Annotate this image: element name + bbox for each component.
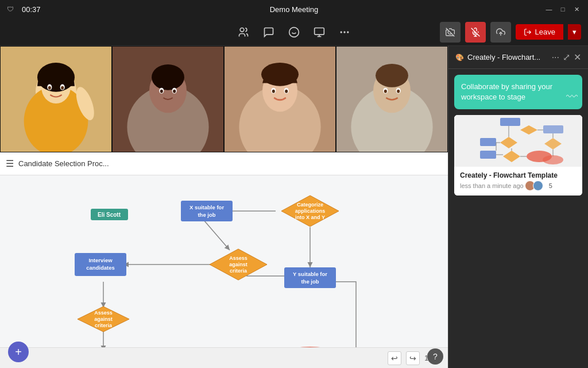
- svg-text:Eli Scott: Eli Scott: [98, 212, 121, 218]
- timer: 00:37: [22, 5, 41, 14]
- leave-label: Leave: [535, 28, 555, 36]
- svg-point-33: [173, 90, 176, 93]
- squiggle-icon: 〰: [566, 89, 578, 105]
- svg-text:against: against: [94, 316, 113, 322]
- minimize-btn[interactable]: —: [544, 5, 554, 14]
- shield-icon: 🛡: [7, 5, 14, 13]
- svg-point-23: [48, 86, 51, 90]
- svg-text:the job: the job: [198, 212, 215, 218]
- video-toggle-button[interactable]: [440, 22, 461, 43]
- bottom-bar: ↩ ↪ 100%: [0, 347, 448, 368]
- video-grid: [0, 46, 448, 152]
- creately-icon: 🎨: [455, 53, 464, 62]
- svg-text:Interview: Interview: [88, 257, 113, 263]
- video-cell-4: [336, 46, 448, 152]
- template-preview[interactable]: Creately - Flowchart Template less than …: [454, 115, 582, 195]
- svg-rect-100: [480, 151, 496, 159]
- close-btn[interactable]: ✕: [572, 5, 581, 14]
- more-options-icon[interactable]: [335, 23, 354, 41]
- svg-point-24: [61, 86, 64, 90]
- template-meta: less than a minute ago 5: [460, 181, 577, 191]
- toolbar-center: [234, 23, 354, 41]
- svg-text:Y suitable for: Y suitable for: [293, 271, 327, 277]
- panel-expand-button[interactable]: ⤢: [563, 52, 570, 63]
- svg-text:Assess: Assess: [94, 310, 113, 316]
- screen-icon[interactable]: [310, 23, 328, 41]
- svg-text:criteria: criteria: [230, 268, 247, 274]
- svg-point-8: [347, 32, 349, 33]
- main-content: ☰ Candidate Selection Proc...: [0, 46, 588, 368]
- people-icon[interactable]: [234, 23, 253, 41]
- svg-text:Categorize: Categorize: [297, 202, 323, 208]
- svg-point-9: [341, 32, 342, 33]
- canvas-area[interactable]: ☰ Candidate Selection Proc...: [0, 152, 448, 368]
- svg-text:applications: applications: [295, 208, 326, 214]
- collaborate-banner[interactable]: Collaborate by sharing your workspace to…: [454, 75, 582, 109]
- template-timestamp: less than a minute ago: [460, 182, 524, 189]
- right-panel: 🎨 Creately - Flowchart... ··· ⤢ ✕ Collab…: [448, 46, 588, 368]
- svg-marker-101: [503, 151, 520, 162]
- template-thumbnail: [454, 115, 582, 167]
- svg-rect-4: [315, 28, 324, 34]
- flowchart-container[interactable]: Categorize applications into X and Y X s…: [0, 175, 448, 368]
- panel-more-button[interactable]: ···: [552, 52, 559, 63]
- undo-icon[interactable]: ↩: [388, 351, 401, 365]
- svg-point-49: [397, 90, 400, 93]
- svg-point-32: [160, 90, 163, 93]
- title-bar: 🛡 00:37 Demo Meeting — □ ✕: [0, 0, 588, 18]
- left-area: ☰ Candidate Selection Proc...: [0, 46, 448, 368]
- mic-toggle-button[interactable]: [465, 22, 486, 43]
- avatars: [527, 181, 543, 191]
- svg-point-1: [289, 27, 299, 37]
- leave-dropdown-button[interactable]: ▾: [568, 24, 581, 40]
- svg-line-10: [446, 28, 454, 36]
- svg-point-41: [285, 90, 288, 93]
- meeting-toolbar: Leave ▾: [0, 18, 588, 46]
- avatar-2: [533, 181, 543, 191]
- svg-text:against: against: [229, 262, 247, 267]
- share-screen-button[interactable]: [490, 22, 511, 43]
- svg-rect-109: [543, 125, 563, 133]
- menu-icon[interactable]: ☰: [6, 158, 14, 169]
- svg-rect-96: [500, 118, 520, 126]
- template-name: Creately - Flowchart Template: [460, 171, 577, 179]
- fab-button[interactable]: +: [8, 342, 29, 362]
- canvas-title: Candidate Selection Proc...: [18, 159, 109, 168]
- redo-icon[interactable]: ↪: [406, 351, 420, 365]
- svg-text:criteria: criteria: [95, 323, 113, 328]
- leave-button[interactable]: Leave: [516, 24, 563, 40]
- svg-point-7: [344, 32, 345, 33]
- toolbar-right: Leave ▾: [356, 22, 581, 43]
- svg-marker-98: [500, 137, 517, 148]
- panel-header: 🎨 Creately - Flowchart... ··· ⤢ ✕: [448, 46, 588, 69]
- emoji-icon[interactable]: [285, 23, 303, 41]
- help-button[interactable]: ?: [427, 348, 443, 365]
- svg-point-48: [384, 90, 387, 93]
- svg-line-52: [204, 220, 230, 250]
- svg-point-29: [152, 64, 184, 90]
- maximize-btn[interactable]: □: [558, 5, 567, 14]
- svg-text:into X and Y: into X and Y: [295, 214, 325, 220]
- svg-text:candidates: candidates: [86, 264, 115, 271]
- video-cell-2: [112, 46, 224, 152]
- window-controls: — □ ✕: [544, 5, 581, 14]
- window-title: Demo Meeting: [270, 5, 319, 14]
- panel-close-button[interactable]: ✕: [574, 52, 581, 63]
- svg-marker-112: [544, 138, 562, 150]
- svg-text:X suitable for: X suitable for: [189, 204, 224, 210]
- svg-text:the job: the job: [301, 278, 319, 285]
- video-cell-3: [224, 46, 336, 152]
- svg-marker-97: [520, 125, 537, 135]
- svg-point-114: [543, 155, 563, 164]
- video-cell-1: [0, 46, 112, 152]
- svg-point-0: [240, 28, 244, 32]
- template-info: Creately - Flowchart Template less than …: [454, 167, 582, 195]
- svg-text:Assess: Assess: [229, 255, 247, 261]
- svg-point-45: [376, 64, 408, 87]
- avatar-count: 5: [549, 182, 552, 189]
- canvas-toolbar: ☰ Candidate Selection Proc...: [0, 152, 448, 175]
- svg-point-40: [272, 90, 275, 93]
- chat-icon[interactable]: [260, 23, 278, 41]
- svg-rect-99: [480, 138, 496, 146]
- panel-title: Creately - Flowchart...: [467, 53, 548, 62]
